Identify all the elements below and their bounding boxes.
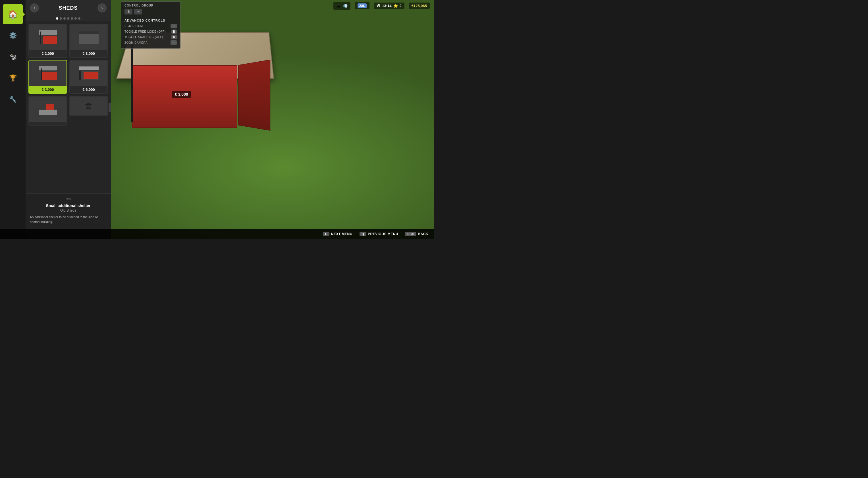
page-dot-5[interactable]: [71, 17, 73, 20]
info-item-name: Small additional shelter: [30, 203, 106, 208]
item-card-1[interactable]: € 2,000: [28, 24, 67, 58]
time-value: 13:14: [382, 4, 391, 8]
item-preview-1: [29, 25, 66, 50]
star-rating: ⭐: [393, 4, 398, 8]
item-card-3[interactable]: € 3,000: [28, 60, 67, 94]
shop-panel: ‹ SHEDS › € 2,000: [26, 0, 111, 239]
sv-roof: [39, 30, 57, 35]
hud-bottom: E NEXT MENU Q PREVIOUS MENU ESC BACK: [0, 229, 434, 239]
ctrl-key-free: B: [172, 30, 177, 34]
sidebar-item-buildings[interactable]: 🏠: [3, 4, 23, 24]
sv5-top: [46, 104, 54, 110]
hud-btn-next-menu[interactable]: E NEXT MENU: [323, 232, 352, 236]
item-preview-3: [29, 61, 66, 86]
equipment-icon: ⚙️: [9, 32, 17, 39]
shed-visual-5: [39, 103, 57, 116]
item-card-5[interactable]: [28, 96, 67, 126]
info-item-brand: Old Sheds: [30, 208, 106, 212]
shop-next-button[interactable]: ›: [97, 3, 106, 12]
item-price-2: € 3,000: [70, 50, 107, 57]
shed-visual-4: [79, 66, 99, 80]
hud-time: ⏱ 13:14 ⭐ 2: [374, 3, 404, 9]
hud-money: €125,065: [409, 3, 430, 9]
zoom-key-icon: 🎮: [170, 40, 177, 45]
place-key-icon: 🎮: [170, 24, 177, 28]
ctrl-label-zoom: ZOOM CAMERA: [124, 41, 148, 44]
shop-header: ‹ SHEDS ›: [26, 0, 111, 16]
shed-visual-3: [39, 66, 57, 80]
page-dot-2[interactable]: [60, 17, 62, 20]
game-viewport: € 3,000 ☁ 💨 JUL ⏱ 13:14 ⭐ 2 €125,065 CON…: [58, 0, 434, 239]
buildings-icon: 🏠: [8, 10, 18, 19]
wind-icon: 💨: [343, 4, 348, 8]
item-card-4[interactable]: € 6,000: [69, 60, 108, 94]
ctrl-row-snap: TOGGLE SNAPPING (OFF) R: [124, 35, 177, 39]
scroll-right-indicator[interactable]: ›: [108, 103, 111, 112]
next-menu-key: E: [323, 232, 330, 236]
item-card-6[interactable]: 🏚: [69, 96, 108, 116]
item-preview-6: 🏚: [70, 97, 107, 116]
calendar-icon: JUL: [358, 3, 367, 8]
item-price-1: € 2,000: [29, 50, 66, 57]
page-dot-7[interactable]: [78, 17, 81, 20]
ctrl-key-zoom: 🎮: [170, 40, 177, 45]
prev-menu-key: Q: [360, 232, 366, 236]
item-preview-5: [29, 97, 66, 122]
sv2-body: [79, 34, 99, 44]
item-preview-4: [70, 61, 107, 86]
cloud-icon: ☁: [336, 3, 341, 8]
tools-icon: 🔧: [9, 96, 17, 103]
items-grid: € 2,000 € 3,000 € 3,000: [26, 21, 111, 194]
sidebar-item-tools[interactable]: 🔧: [3, 90, 23, 109]
item-thumb-6: 🏚: [85, 102, 93, 111]
hud-btn-prev-menu[interactable]: Q PREVIOUS MENU: [360, 232, 398, 236]
time-icon: ⏱: [377, 4, 380, 8]
star-count: 2: [400, 4, 402, 8]
prev-menu-label: PREVIOUS MENU: [368, 232, 398, 236]
sv4-inner: [84, 72, 98, 79]
shop-title: SHEDS: [59, 5, 78, 11]
left-sidebar: 🏠 ⚙️ 🐄 🏆 🔧: [0, 0, 26, 239]
back-key: ESC: [405, 232, 416, 236]
page-dot-3[interactable]: [63, 17, 66, 20]
sv-wall: [43, 36, 57, 44]
sv5-base: [39, 110, 57, 115]
animals-icon: 🐄: [9, 53, 17, 61]
shed-price-tag: € 3,000: [172, 91, 191, 98]
control-overlay: CONTROL GROUP 🕹 🎮 ADVANCED CONTROLS PLAC…: [121, 1, 181, 48]
page-dot-1[interactable]: [56, 17, 58, 20]
shed-visual-1: [39, 30, 57, 44]
page-dot-6[interactable]: [74, 17, 77, 20]
item-preview-2: [70, 25, 107, 50]
decorations-icon: 🏆: [9, 74, 17, 82]
ctrl-row-place: PLACE ITEM 🎮: [124, 24, 177, 28]
sidebar-item-equipment[interactable]: ⚙️: [3, 26, 23, 45]
ctrl-icon-left: 🕹: [124, 9, 132, 14]
sidebar-item-decorations[interactable]: 🏆: [3, 68, 23, 88]
shed-pole: [131, 43, 133, 122]
page-dot-4[interactable]: [67, 17, 69, 20]
page-dots: [26, 16, 111, 21]
sidebar-active-arrow: [23, 12, 25, 16]
sidebar-item-animals[interactable]: 🐄: [3, 47, 23, 67]
sv-pole: [40, 32, 41, 44]
ctrl-row-zoom: ZOOM CAMERA 🎮: [124, 40, 177, 45]
shed-wall-side: [238, 60, 270, 131]
next-menu-label: NEXT MENU: [331, 232, 352, 236]
ctrl-row-free: TOGGLE FREE-MODE (OFF) B: [124, 30, 177, 34]
item-card-2[interactable]: € 3,000: [69, 24, 108, 58]
item-price-4: € 6,000: [70, 86, 107, 93]
sv4-roof: [79, 66, 99, 70]
free-key-badge: B: [172, 30, 177, 34]
ctrl-key-snap: R: [172, 35, 177, 39]
back-label: BACK: [418, 232, 428, 236]
shop-prev-button[interactable]: ‹: [30, 3, 39, 12]
info-na-label: N/A: [30, 197, 106, 201]
control-icons-row: 🕹 🎮: [124, 9, 177, 14]
sv3-wall: [42, 72, 57, 80]
ctrl-label-snap: TOGGLE SNAPPING (OFF): [124, 35, 163, 39]
hud-btn-back[interactable]: ESC BACK: [405, 232, 428, 236]
advanced-controls-title: ADVANCED CONTROLS: [124, 17, 177, 22]
ctrl-label-free: TOGGLE FREE-MODE (OFF): [124, 30, 166, 33]
hud-weather: ☁ 💨: [333, 2, 350, 10]
